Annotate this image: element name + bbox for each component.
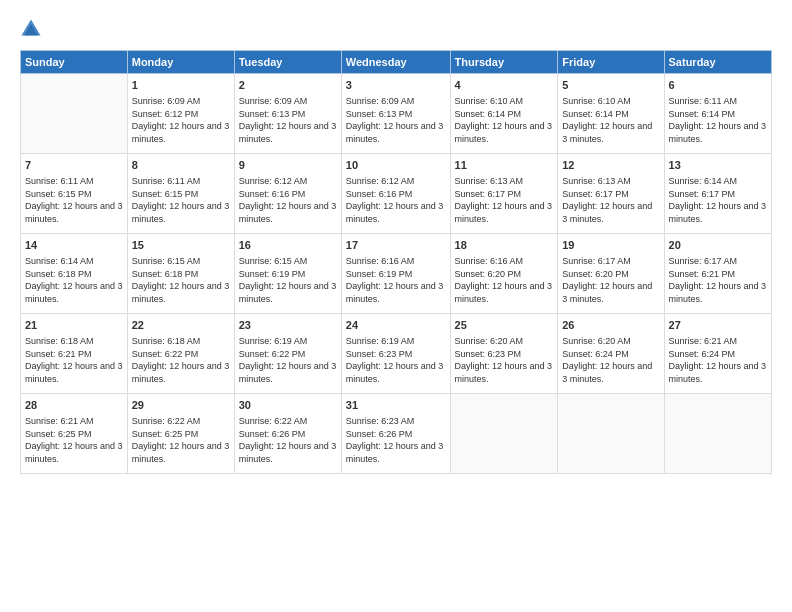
day-info: Sunrise: 6:23 AMSunset: 6:26 PMDaylight:…: [346, 416, 444, 464]
day-info: Sunrise: 6:17 AMSunset: 6:21 PMDaylight:…: [669, 256, 767, 304]
calendar-week-4: 28Sunrise: 6:21 AMSunset: 6:25 PMDayligh…: [21, 394, 772, 474]
day-number: 11: [455, 158, 554, 173]
calendar-table: SundayMondayTuesdayWednesdayThursdayFrid…: [20, 50, 772, 474]
calendar-cell: 17Sunrise: 6:16 AMSunset: 6:19 PMDayligh…: [341, 234, 450, 314]
day-number: 12: [562, 158, 659, 173]
day-number: 2: [239, 78, 337, 93]
calendar-cell: 21Sunrise: 6:18 AMSunset: 6:21 PMDayligh…: [21, 314, 128, 394]
calendar-cell: 5Sunrise: 6:10 AMSunset: 6:14 PMDaylight…: [558, 74, 664, 154]
calendar-cell: 1Sunrise: 6:09 AMSunset: 6:12 PMDaylight…: [127, 74, 234, 154]
day-info: Sunrise: 6:09 AMSunset: 6:13 PMDaylight:…: [346, 96, 444, 144]
calendar-cell: 28Sunrise: 6:21 AMSunset: 6:25 PMDayligh…: [21, 394, 128, 474]
day-info: Sunrise: 6:22 AMSunset: 6:26 PMDaylight:…: [239, 416, 337, 464]
day-info: Sunrise: 6:10 AMSunset: 6:14 PMDaylight:…: [455, 96, 553, 144]
calendar-cell: 4Sunrise: 6:10 AMSunset: 6:14 PMDaylight…: [450, 74, 558, 154]
header: [20, 18, 772, 40]
day-info: Sunrise: 6:13 AMSunset: 6:17 PMDaylight:…: [455, 176, 553, 224]
day-number: 21: [25, 318, 123, 333]
calendar-cell: 15Sunrise: 6:15 AMSunset: 6:18 PMDayligh…: [127, 234, 234, 314]
day-info: Sunrise: 6:19 AMSunset: 6:23 PMDaylight:…: [346, 336, 444, 384]
day-info: Sunrise: 6:10 AMSunset: 6:14 PMDaylight:…: [562, 96, 652, 144]
calendar-cell: 25Sunrise: 6:20 AMSunset: 6:23 PMDayligh…: [450, 314, 558, 394]
day-info: Sunrise: 6:12 AMSunset: 6:16 PMDaylight:…: [239, 176, 337, 224]
col-header-thursday: Thursday: [450, 51, 558, 74]
day-info: Sunrise: 6:09 AMSunset: 6:13 PMDaylight:…: [239, 96, 337, 144]
day-info: Sunrise: 6:16 AMSunset: 6:20 PMDaylight:…: [455, 256, 553, 304]
day-info: Sunrise: 6:14 AMSunset: 6:18 PMDaylight:…: [25, 256, 123, 304]
day-number: 18: [455, 238, 554, 253]
calendar-cell: 10Sunrise: 6:12 AMSunset: 6:16 PMDayligh…: [341, 154, 450, 234]
col-header-sunday: Sunday: [21, 51, 128, 74]
calendar-cell: 19Sunrise: 6:17 AMSunset: 6:20 PMDayligh…: [558, 234, 664, 314]
calendar-cell: 30Sunrise: 6:22 AMSunset: 6:26 PMDayligh…: [234, 394, 341, 474]
calendar-cell: 12Sunrise: 6:13 AMSunset: 6:17 PMDayligh…: [558, 154, 664, 234]
day-number: 30: [239, 398, 337, 413]
day-info: Sunrise: 6:15 AMSunset: 6:19 PMDaylight:…: [239, 256, 337, 304]
calendar-cell: 26Sunrise: 6:20 AMSunset: 6:24 PMDayligh…: [558, 314, 664, 394]
day-number: 6: [669, 78, 767, 93]
day-info: Sunrise: 6:21 AMSunset: 6:24 PMDaylight:…: [669, 336, 767, 384]
day-number: 8: [132, 158, 230, 173]
calendar-cell: 13Sunrise: 6:14 AMSunset: 6:17 PMDayligh…: [664, 154, 771, 234]
calendar-cell: 31Sunrise: 6:23 AMSunset: 6:26 PMDayligh…: [341, 394, 450, 474]
day-number: 20: [669, 238, 767, 253]
day-number: 24: [346, 318, 446, 333]
day-info: Sunrise: 6:13 AMSunset: 6:17 PMDaylight:…: [562, 176, 652, 224]
day-number: 23: [239, 318, 337, 333]
calendar-cell: 22Sunrise: 6:18 AMSunset: 6:22 PMDayligh…: [127, 314, 234, 394]
calendar-cell: [450, 394, 558, 474]
calendar-header-row: SundayMondayTuesdayWednesdayThursdayFrid…: [21, 51, 772, 74]
calendar-week-0: 1Sunrise: 6:09 AMSunset: 6:12 PMDaylight…: [21, 74, 772, 154]
calendar-week-3: 21Sunrise: 6:18 AMSunset: 6:21 PMDayligh…: [21, 314, 772, 394]
day-info: Sunrise: 6:09 AMSunset: 6:12 PMDaylight:…: [132, 96, 230, 144]
col-header-tuesday: Tuesday: [234, 51, 341, 74]
calendar-week-2: 14Sunrise: 6:14 AMSunset: 6:18 PMDayligh…: [21, 234, 772, 314]
day-info: Sunrise: 6:18 AMSunset: 6:21 PMDaylight:…: [25, 336, 123, 384]
day-info: Sunrise: 6:11 AMSunset: 6:14 PMDaylight:…: [669, 96, 767, 144]
day-number: 5: [562, 78, 659, 93]
day-info: Sunrise: 6:14 AMSunset: 6:17 PMDaylight:…: [669, 176, 767, 224]
calendar-cell: 7Sunrise: 6:11 AMSunset: 6:15 PMDaylight…: [21, 154, 128, 234]
day-number: 31: [346, 398, 446, 413]
day-info: Sunrise: 6:16 AMSunset: 6:19 PMDaylight:…: [346, 256, 444, 304]
day-number: 26: [562, 318, 659, 333]
day-number: 15: [132, 238, 230, 253]
calendar-cell: 27Sunrise: 6:21 AMSunset: 6:24 PMDayligh…: [664, 314, 771, 394]
day-number: 29: [132, 398, 230, 413]
calendar-cell: 2Sunrise: 6:09 AMSunset: 6:13 PMDaylight…: [234, 74, 341, 154]
day-number: 16: [239, 238, 337, 253]
day-info: Sunrise: 6:19 AMSunset: 6:22 PMDaylight:…: [239, 336, 337, 384]
calendar-week-1: 7Sunrise: 6:11 AMSunset: 6:15 PMDaylight…: [21, 154, 772, 234]
calendar-cell: 20Sunrise: 6:17 AMSunset: 6:21 PMDayligh…: [664, 234, 771, 314]
day-info: Sunrise: 6:11 AMSunset: 6:15 PMDaylight:…: [132, 176, 230, 224]
day-number: 25: [455, 318, 554, 333]
day-number: 9: [239, 158, 337, 173]
col-header-saturday: Saturday: [664, 51, 771, 74]
day-number: 17: [346, 238, 446, 253]
calendar-cell: 16Sunrise: 6:15 AMSunset: 6:19 PMDayligh…: [234, 234, 341, 314]
day-number: 22: [132, 318, 230, 333]
day-info: Sunrise: 6:11 AMSunset: 6:15 PMDaylight:…: [25, 176, 123, 224]
day-info: Sunrise: 6:20 AMSunset: 6:23 PMDaylight:…: [455, 336, 553, 384]
day-number: 4: [455, 78, 554, 93]
col-header-friday: Friday: [558, 51, 664, 74]
day-number: 27: [669, 318, 767, 333]
day-number: 10: [346, 158, 446, 173]
calendar-cell: 3Sunrise: 6:09 AMSunset: 6:13 PMDaylight…: [341, 74, 450, 154]
calendar-cell: [664, 394, 771, 474]
col-header-monday: Monday: [127, 51, 234, 74]
calendar-cell: 29Sunrise: 6:22 AMSunset: 6:25 PMDayligh…: [127, 394, 234, 474]
day-info: Sunrise: 6:18 AMSunset: 6:22 PMDaylight:…: [132, 336, 230, 384]
day-info: Sunrise: 6:12 AMSunset: 6:16 PMDaylight:…: [346, 176, 444, 224]
calendar-cell: 9Sunrise: 6:12 AMSunset: 6:16 PMDaylight…: [234, 154, 341, 234]
calendar-cell: 24Sunrise: 6:19 AMSunset: 6:23 PMDayligh…: [341, 314, 450, 394]
page: SundayMondayTuesdayWednesdayThursdayFrid…: [0, 0, 792, 612]
calendar-cell: 18Sunrise: 6:16 AMSunset: 6:20 PMDayligh…: [450, 234, 558, 314]
day-info: Sunrise: 6:17 AMSunset: 6:20 PMDaylight:…: [562, 256, 652, 304]
calendar-cell: 8Sunrise: 6:11 AMSunset: 6:15 PMDaylight…: [127, 154, 234, 234]
day-number: 1: [132, 78, 230, 93]
calendar-cell: 6Sunrise: 6:11 AMSunset: 6:14 PMDaylight…: [664, 74, 771, 154]
calendar-cell: 14Sunrise: 6:14 AMSunset: 6:18 PMDayligh…: [21, 234, 128, 314]
day-info: Sunrise: 6:15 AMSunset: 6:18 PMDaylight:…: [132, 256, 230, 304]
calendar-cell: [21, 74, 128, 154]
